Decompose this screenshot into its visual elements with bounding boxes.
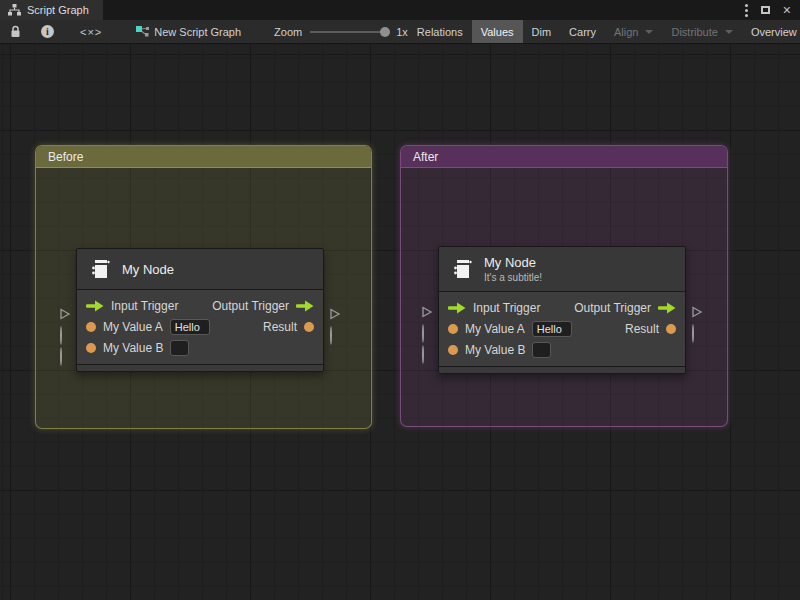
my-node-after[interactable]: My Node It's a subtitle! Input Trigger O… — [438, 246, 686, 374]
align-label: Align — [614, 26, 638, 38]
new-script-graph-label: New Script Graph — [154, 26, 241, 38]
zoom-control: Zoom 1x — [274, 20, 408, 43]
node-title: My Node — [484, 255, 542, 270]
zoom-slider[interactable] — [310, 31, 388, 33]
node-footer — [77, 364, 323, 371]
outer-result-port[interactable] — [329, 327, 341, 339]
lock-button[interactable] — [0, 20, 31, 43]
overview-button[interactable]: Overview — [742, 20, 800, 43]
outer-flow-output-port[interactable] — [691, 304, 703, 316]
chevron-down-icon — [645, 30, 653, 34]
my-node-before[interactable]: My Node Input Trigger Output Trigger — [76, 248, 324, 372]
relations-button[interactable]: Relations — [408, 20, 472, 43]
maximize-icon[interactable] — [761, 6, 770, 14]
node-header[interactable]: My Node — [77, 249, 323, 290]
group-before[interactable]: Before My Node — [35, 145, 372, 429]
outer-flow-input-port[interactable] — [421, 304, 433, 316]
outer-value-b-port[interactable] — [59, 348, 71, 360]
window-tab-bar: Script Graph × — [0, 0, 800, 20]
group-after-header[interactable]: After — [401, 146, 727, 168]
value-port-icon[interactable] — [86, 343, 96, 353]
port-label: My Value B — [465, 343, 525, 357]
port-label: Output Trigger — [212, 299, 289, 313]
outer-value-a-port[interactable] — [59, 327, 71, 339]
value-b-field[interactable] — [170, 340, 189, 356]
port-label: My Value A — [465, 322, 525, 336]
outer-result-port[interactable] — [691, 325, 703, 337]
code-icon: <×> — [80, 26, 102, 38]
value-port-icon[interactable] — [304, 322, 314, 332]
node-subtitle: It's a subtitle! — [484, 272, 542, 283]
close-icon[interactable]: × — [783, 3, 791, 17]
graph-canvas[interactable]: Before My Node — [0, 44, 800, 600]
menu-dots-icon[interactable] — [745, 9, 748, 12]
values-button[interactable]: Values — [472, 20, 523, 43]
tab-script-graph[interactable]: Script Graph — [0, 0, 103, 20]
outer-value-a-port[interactable] — [421, 325, 433, 337]
zoom-label: Zoom — [274, 26, 302, 38]
zoom-value: 1x — [396, 26, 408, 38]
zoom-slider-knob[interactable] — [380, 27, 390, 37]
port-label: Result — [625, 322, 659, 336]
value-port-icon[interactable] — [86, 322, 96, 332]
port-label: My Value A — [103, 320, 163, 334]
dim-button[interactable]: Dim — [523, 20, 561, 43]
group-after[interactable]: After My Node It's a subtitl — [400, 145, 728, 427]
graph-hierarchy-icon — [8, 4, 21, 16]
port-label: Input Trigger — [111, 299, 178, 313]
port-label: Result — [263, 320, 297, 334]
script-graph-node-icon — [135, 25, 150, 38]
lock-icon — [10, 25, 21, 38]
value-port-icon[interactable] — [448, 324, 458, 334]
carry-button[interactable]: Carry — [560, 20, 605, 43]
value-a-field[interactable] — [532, 321, 572, 337]
node-body: Input Trigger Output Trigger My Value A … — [439, 292, 685, 363]
value-b-field[interactable] — [532, 342, 551, 358]
graph-toolbar: i <×> New Script Graph Zoom 1x Relations… — [0, 20, 800, 44]
flow-arrow-icon[interactable] — [658, 302, 676, 314]
group-before-header[interactable]: Before — [36, 146, 371, 168]
node-header[interactable]: My Node It's a subtitle! — [439, 247, 685, 292]
outer-value-b-port[interactable] — [421, 346, 433, 358]
flow-arrow-icon[interactable] — [296, 300, 314, 312]
value-port-icon[interactable] — [666, 324, 676, 334]
distribute-button[interactable]: Distribute — [662, 20, 741, 43]
outer-flow-output-port[interactable] — [329, 306, 341, 318]
node-body: Input Trigger Output Trigger My Value A … — [77, 290, 323, 361]
code-preview-button[interactable]: <×> — [64, 20, 118, 43]
new-script-graph-button[interactable]: New Script Graph — [126, 20, 250, 43]
value-port-icon[interactable] — [448, 345, 458, 355]
tab-title: Script Graph — [27, 4, 89, 16]
align-button[interactable]: Align — [605, 20, 662, 43]
port-label: Input Trigger — [473, 301, 540, 315]
flow-arrow-icon[interactable] — [448, 302, 466, 314]
distribute-label: Distribute — [671, 26, 717, 38]
my-node-icon — [89, 257, 113, 281]
outer-flow-input-port[interactable] — [59, 306, 71, 318]
value-a-field[interactable] — [170, 319, 210, 335]
window-controls: × — [745, 0, 800, 20]
info-icon: i — [41, 25, 54, 38]
port-label: My Value B — [103, 341, 163, 355]
node-title: My Node — [122, 262, 174, 277]
info-button[interactable]: i — [31, 20, 64, 43]
flow-arrow-icon[interactable] — [86, 300, 104, 312]
node-footer — [439, 366, 685, 373]
my-node-icon — [451, 257, 475, 281]
chevron-down-icon — [725, 30, 733, 34]
port-label: Output Trigger — [574, 301, 651, 315]
